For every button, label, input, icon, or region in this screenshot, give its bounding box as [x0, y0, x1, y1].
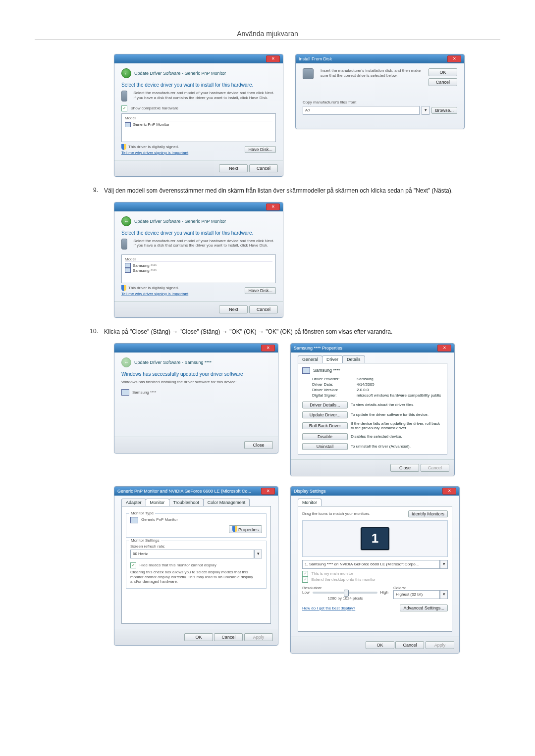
model-list[interactable]: Model Generic PnP Monitor — [121, 113, 276, 142]
next-button[interactable]: Next — [219, 164, 248, 172]
breadcrumb: Update Driver Software - Generic PnP Mon… — [134, 219, 226, 224]
close-button[interactable]: Close — [390, 464, 419, 472]
have-disk-button[interactable]: Have Disk... — [245, 146, 276, 153]
tab-troubleshoot[interactable]: Troubleshoot — [169, 499, 204, 506]
dialog-update-success: ✕ ← Update Driver Software - Samsung ***… — [114, 343, 278, 454]
show-compatible-checkbox[interactable]: ✓ — [121, 105, 127, 111]
hide-modes-checkbox[interactable]: ✓ — [130, 562, 136, 568]
best-display-link[interactable]: How do I get the best display? — [302, 606, 355, 610]
cancel-button[interactable]: Cancel — [249, 305, 278, 313]
dialog-description: Insert the manufacturer's installation d… — [321, 68, 425, 86]
desc: To uninstall the driver (Advanced). — [351, 444, 443, 449]
advanced-settings-button[interactable]: Advanced Settings... — [400, 605, 448, 611]
hide-modes-label: Hide modes that this monitor cannot disp… — [140, 563, 216, 567]
slider-low: Low — [302, 590, 310, 595]
hide-modes-desc: Clearing this check box allows you to se… — [130, 570, 262, 584]
close-icon[interactable]: ✕ — [447, 55, 461, 62]
device-name: Samsung **** — [313, 368, 340, 373]
copy-from-label: Copy manufacturer's files from: — [303, 100, 457, 105]
device-name: Samsung **** — [132, 390, 156, 395]
chevron-down-icon[interactable]: ▾ — [422, 106, 429, 115]
ok-button[interactable]: OK — [366, 641, 394, 649]
group-label: Monitor Type — [129, 511, 155, 515]
model-list[interactable]: Model Samsung **** Samsung **** — [121, 254, 276, 283]
signing-link[interactable]: Tell me why driver signing is important — [121, 292, 188, 296]
disable-button[interactable]: Disable — [302, 433, 348, 440]
tab-color-management[interactable]: Color Management — [203, 499, 250, 506]
monitor-icon — [302, 367, 310, 374]
list-item[interactable]: Samsung **** — [125, 263, 272, 268]
monitor-icon — [125, 263, 131, 268]
colors-label: Colors: — [393, 586, 448, 591]
monitor-icon — [125, 268, 131, 273]
tab-monitor[interactable]: Monitor — [298, 499, 321, 506]
monitor-icon — [121, 389, 129, 396]
resolution-slider[interactable] — [313, 592, 377, 594]
tab-details[interactable]: Details — [342, 355, 365, 363]
label: Driver Version: — [312, 388, 354, 392]
refresh-rate-field[interactable]: 60 Hertz — [130, 550, 254, 558]
chevron-down-icon[interactable]: ▾ — [440, 590, 448, 599]
next-button[interactable]: Next — [219, 305, 248, 313]
extend-desktop-label: Extend the desktop onto this monitor — [312, 577, 376, 582]
dialog-monitor-properties: Generic PnP Monitor and NVIDIA GeForce 6… — [114, 486, 278, 646]
chevron-down-icon[interactable]: ▾ — [440, 560, 448, 569]
properties-button[interactable]: Properties — [229, 525, 262, 533]
identify-monitors-button[interactable]: Identify Monitors — [408, 510, 448, 517]
tab-driver[interactable]: Driver — [322, 355, 343, 363]
resolution-value: 1280 by 1024 pixels — [302, 596, 388, 601]
close-icon[interactable]: ✕ — [261, 345, 275, 352]
dialog-heading: Select the device driver you want to ins… — [121, 230, 276, 236]
cancel-button[interactable]: Cancel — [249, 164, 278, 172]
have-disk-button[interactable]: Have Disk... — [245, 287, 276, 294]
colors-field[interactable]: Highest (32 bit) — [393, 590, 440, 599]
dialog-heading: Windows has successfully updated your dr… — [121, 371, 271, 377]
cancel-button[interactable]: Cancel — [395, 641, 424, 649]
browse-button[interactable]: Browse... — [431, 107, 457, 114]
driver-details-button[interactable]: Driver Details... — [302, 402, 348, 408]
disk-icon — [121, 91, 127, 101]
ok-button[interactable]: OK — [428, 68, 457, 76]
main-monitor-label: This is my main monitor — [312, 571, 353, 576]
value: Samsung — [357, 377, 443, 381]
close-button[interactable]: Close — [244, 441, 273, 449]
dialog-description: Select the manufacturer and model of you… — [133, 91, 276, 101]
rollback-driver-button[interactable]: Roll Back Driver — [302, 422, 348, 429]
desc: If the device fails after updating the d… — [351, 421, 443, 430]
step-text: Klicka på "Close" (Stäng) → "Close" (Stä… — [104, 328, 500, 336]
shield-icon — [232, 526, 237, 532]
tab-monitor[interactable]: Monitor — [146, 499, 169, 506]
close-icon[interactable]: ✕ — [437, 345, 451, 352]
close-icon[interactable]: ✕ — [266, 203, 280, 210]
apply-button: Apply — [244, 633, 273, 641]
back-icon[interactable]: ← — [121, 68, 131, 78]
back-icon[interactable]: ← — [121, 216, 131, 226]
dialog-select-driver-2: ✕ ← Update Driver Software - Generic PnP… — [114, 202, 283, 318]
drive-field[interactable]: A:\ — [303, 106, 420, 115]
monitor-preview[interactable]: 1 — [361, 527, 389, 550]
close-icon[interactable]: ✕ — [266, 55, 280, 62]
list-item[interactable]: Generic PnP Monitor — [125, 122, 272, 127]
tab-adapter[interactable]: Adapter — [121, 499, 146, 506]
close-icon[interactable]: ✕ — [442, 488, 456, 495]
refresh-label: Screen refresh rate: — [130, 544, 262, 549]
slider-high: High — [380, 590, 388, 595]
uninstall-button[interactable]: Uninstall — [302, 443, 348, 450]
shield-icon — [121, 144, 126, 150]
close-icon[interactable]: ✕ — [261, 488, 275, 495]
signing-link[interactable]: Tell me why driver signing is important — [121, 151, 188, 155]
cancel-button[interactable]: Cancel — [428, 78, 457, 86]
monitor-select[interactable]: 1. Samsung **** on NVIDIA GeForce 6600 L… — [302, 560, 440, 569]
back-icon: ← — [121, 357, 131, 367]
main-monitor-checkbox: ✓ — [302, 571, 308, 577]
desc: Disables the selected device. — [351, 434, 443, 439]
update-driver-button[interactable]: Update Driver... — [302, 411, 348, 418]
chevron-down-icon[interactable]: ▾ — [254, 550, 262, 558]
tab-general[interactable]: General — [298, 355, 322, 363]
step-number: 9. — [89, 187, 104, 194]
cancel-button[interactable]: Cancel — [214, 633, 243, 641]
ok-button[interactable]: OK — [184, 633, 213, 641]
dialog-description: Select the manufacturer and model of you… — [133, 239, 276, 250]
list-item[interactable]: Samsung **** — [125, 268, 272, 273]
dialog-description: Windows has finished installing the driv… — [121, 380, 271, 385]
